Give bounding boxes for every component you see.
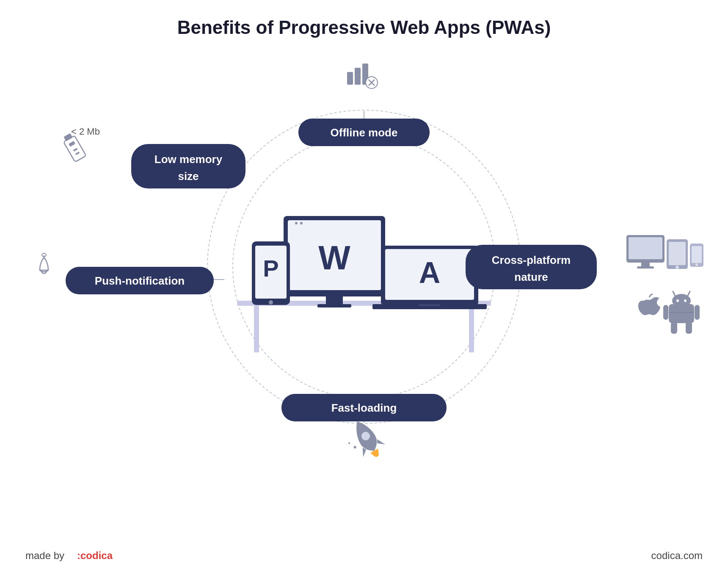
svg-rect-49 <box>641 263 650 267</box>
svg-rect-35 <box>355 68 361 85</box>
cross-platform-pill: Cross-platform <box>492 254 571 266</box>
svg-rect-64 <box>695 305 700 320</box>
svg-rect-20 <box>419 304 440 306</box>
svg-rect-50 <box>637 266 654 269</box>
svg-point-60 <box>684 299 687 302</box>
svg-point-15 <box>269 300 273 305</box>
push-notification-pill: Push-notification <box>95 274 185 287</box>
footer-website: codica.com <box>651 550 703 561</box>
memory-label: < 2 Mb <box>71 126 100 137</box>
page-title: Benefits of Progressive Web Apps (PWAs) <box>177 17 551 38</box>
footer-brand: :codica <box>77 550 113 561</box>
footer-made-by: made by <box>25 550 64 561</box>
svg-rect-9 <box>317 304 351 307</box>
svg-rect-52 <box>669 242 686 265</box>
svg-text:size: size <box>178 170 199 183</box>
svg-text:P: P <box>263 255 279 282</box>
svg-rect-55 <box>692 246 702 263</box>
svg-text:W: W <box>318 239 350 277</box>
svg-text:A: A <box>419 256 441 289</box>
svg-rect-5 <box>469 306 474 352</box>
svg-point-56 <box>695 263 698 266</box>
fast-loading-pill: Fast-loading <box>331 402 397 414</box>
svg-rect-48 <box>629 237 662 259</box>
svg-point-11 <box>300 222 303 224</box>
svg-rect-34 <box>347 72 353 85</box>
offline-mode-pill: Offline mode <box>331 126 398 139</box>
svg-rect-63 <box>663 305 668 320</box>
svg-point-59 <box>676 299 679 302</box>
svg-point-10 <box>295 222 298 224</box>
svg-rect-4 <box>254 306 259 352</box>
low-memory-pill: Low memory <box>154 153 223 166</box>
svg-rect-65 <box>671 322 677 334</box>
svg-rect-8 <box>326 296 343 304</box>
svg-text:nature: nature <box>514 271 548 283</box>
svg-point-53 <box>676 266 679 269</box>
svg-rect-66 <box>686 322 692 334</box>
